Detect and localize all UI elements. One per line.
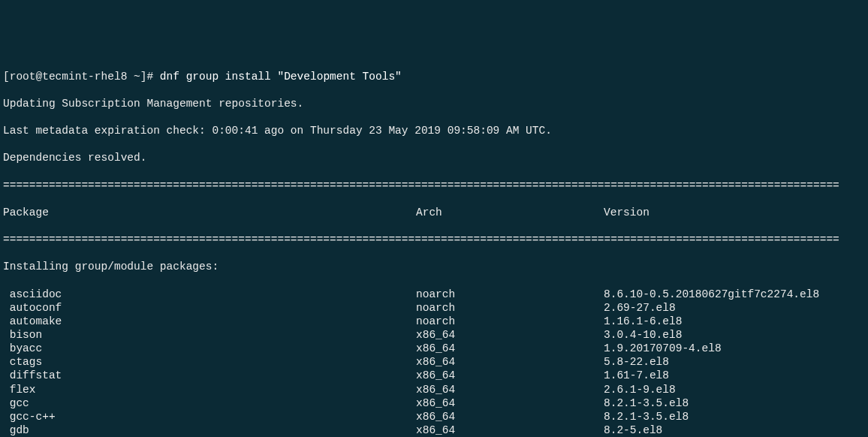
package-arch: x86_64 — [416, 355, 604, 369]
package-arch: noarch — [416, 315, 604, 328]
package-name: flex — [3, 383, 416, 396]
package-version: 8.2.1-3.5.el8 — [604, 396, 865, 410]
package-name: diffstat — [3, 369, 416, 382]
package-version: 5.8-22.el8 — [604, 355, 865, 369]
package-version: 8.2.1-3.5.el8 — [604, 410, 865, 423]
section-title: Installing group/module packages: — [3, 260, 865, 273]
table-row: diffstatx86_641.61-7.el8 — [3, 369, 865, 382]
package-name: bison — [3, 328, 416, 342]
table-row: byaccx86_641.9.20170709-4.el8 — [3, 342, 865, 355]
output-line-1: Updating Subscription Management reposit… — [3, 97, 865, 110]
table-row: ctagsx86_645.8-22.el8 — [3, 355, 865, 369]
package-version: 1.16.1-6.el8 — [604, 315, 865, 328]
package-version: 8.2-5.el8 — [604, 423, 865, 437]
header-arch: Arch — [416, 206, 604, 219]
package-name: automake — [3, 315, 416, 328]
package-version: 2.6.1-9.el8 — [604, 383, 865, 396]
table-row: flexx86_642.6.1-9.el8 — [3, 383, 865, 396]
package-arch: noarch — [416, 301, 604, 315]
package-arch: x86_64 — [416, 396, 604, 410]
package-name: asciidoc — [3, 288, 416, 301]
package-arch: x86_64 — [416, 342, 604, 355]
output-line-2: Last metadata expiration check: 0:00:41 … — [3, 124, 865, 137]
package-name: gdb — [3, 423, 416, 437]
package-name: ctags — [3, 355, 416, 369]
prompt-prefix: [root@tecmint-rhel8 ~]# — [3, 71, 160, 83]
table-row: automakenoarch1.16.1-6.el8 — [3, 315, 865, 328]
table-row: gdbx86_648.2-5.el8 — [3, 423, 865, 437]
package-name: gcc — [3, 396, 416, 410]
table-row: autoconfnoarch2.69-27.el8 — [3, 301, 865, 315]
package-arch: noarch — [416, 288, 604, 301]
header-version: Version — [604, 206, 865, 219]
package-arch: x86_64 — [416, 410, 604, 423]
table-row: bisonx86_643.0.4-10.el8 — [3, 328, 865, 342]
table-row: gccx86_648.2.1-3.5.el8 — [3, 396, 865, 410]
package-arch: x86_64 — [416, 369, 604, 382]
header-package: Package — [3, 206, 416, 219]
package-version: 1.9.20170709-4.el8 — [604, 342, 865, 355]
divider-bottom: ========================================… — [3, 233, 865, 246]
package-name: autoconf — [3, 301, 416, 315]
header-row: Package Arch Version — [3, 206, 865, 219]
package-version: 8.6.10-0.5.20180627gitf7c2274.el8 — [604, 288, 865, 301]
table-row: asciidocnoarch8.6.10-0.5.20180627gitf7c2… — [3, 288, 865, 301]
terminal-output: [root@tecmint-rhel8 ~]# dnf group instal… — [3, 56, 865, 438]
package-name: byacc — [3, 342, 416, 355]
package-version: 3.0.4-10.el8 — [604, 328, 865, 342]
package-name: gcc-c++ — [3, 410, 416, 423]
package-arch: x86_64 — [416, 383, 604, 396]
package-version: 2.69-27.el8 — [604, 301, 865, 315]
package-arch: x86_64 — [416, 423, 604, 437]
table-row: gcc-c++x86_648.2.1-3.5.el8 — [3, 410, 865, 423]
package-list: asciidocnoarch8.6.10-0.5.20180627gitf7c2… — [3, 288, 865, 437]
prompt-line[interactable]: [root@tecmint-rhel8 ~]# dnf group instal… — [3, 70, 865, 83]
package-version: 1.61-7.el8 — [604, 369, 865, 382]
output-line-3: Dependencies resolved. — [3, 151, 865, 164]
package-arch: x86_64 — [416, 328, 604, 342]
divider-top: ========================================… — [3, 179, 865, 192]
command-text: dnf group install "Development Tools" — [160, 71, 402, 83]
